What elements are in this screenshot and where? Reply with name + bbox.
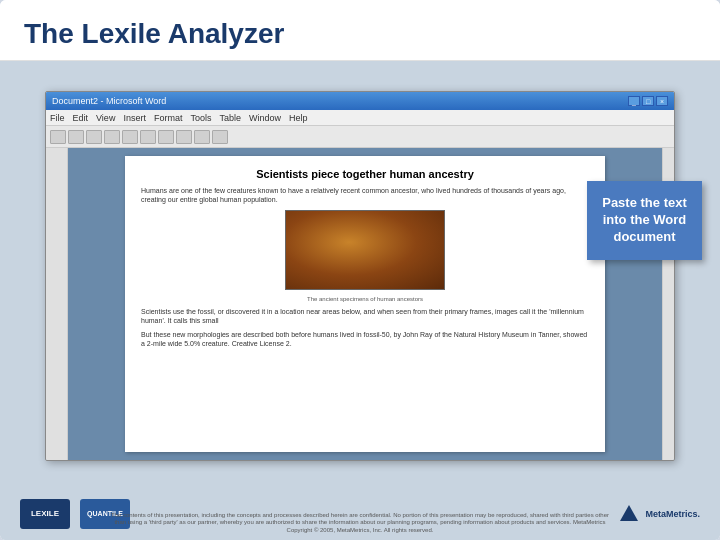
slide-body: Document2 - Microsoft Word _ □ × File Ed…: [0, 61, 720, 540]
word-doc-area: Scientists piece together human ancestry…: [46, 148, 674, 460]
menu-file[interactable]: File: [50, 113, 65, 123]
callout-box: Paste the text into the Word document: [587, 181, 702, 260]
lexile-logo-text: LEXILE: [31, 509, 59, 518]
footer-disclaimer: The contents of this presentation, inclu…: [110, 512, 610, 535]
toolbar-print-icon[interactable]: [104, 130, 120, 144]
word-close-button[interactable]: ×: [656, 96, 668, 106]
slide-header: The Lexile Analyzer: [0, 0, 720, 61]
toolbar-copy-icon[interactable]: [140, 130, 156, 144]
word-menubar: File Edit View Insert Format Tools Table…: [46, 110, 674, 126]
menu-view[interactable]: View: [96, 113, 115, 123]
mars-image-content: [286, 211, 444, 289]
toolbar-open-icon[interactable]: [68, 130, 84, 144]
slide-container: The Lexile Analyzer Document2 - Microsof…: [0, 0, 720, 540]
metametrics-icon: [618, 503, 640, 525]
metametrics-brand-text: MetaMetrics.: [645, 509, 700, 519]
article-title: Scientists piece together human ancestry: [141, 168, 589, 180]
word-toolbar: [46, 126, 674, 148]
menu-tools[interactable]: Tools: [190, 113, 211, 123]
menu-help[interactable]: Help: [289, 113, 308, 123]
word-titlebar: Document2 - Microsoft Word _ □ ×: [46, 92, 674, 110]
slide-footer: LEXILE QUANTILE The contents of this pre…: [0, 486, 720, 540]
metametrics-logo: MetaMetrics.: [618, 503, 700, 525]
word-statusbar: Page 1 Section 1 1/1 At 3.5" Ln 1 Col 1: [46, 460, 674, 461]
article-body-3: But these new morphologies are described…: [141, 330, 589, 348]
article-body-1: Humans are one of the few creatures know…: [141, 186, 589, 204]
slide-title: The Lexile Analyzer: [24, 18, 696, 50]
word-window: Document2 - Microsoft Word _ □ × File Ed…: [45, 91, 675, 461]
word-page-area: Scientists piece together human ancestry…: [68, 148, 662, 460]
toolbar-paste-icon[interactable]: [158, 130, 174, 144]
article-image-caption: The ancient specimens of human ancestors: [141, 296, 589, 302]
word-sidebar: [46, 148, 68, 460]
toolbar-cut-icon[interactable]: [122, 130, 138, 144]
toolbar-redo-icon[interactable]: [194, 130, 210, 144]
article-body-2: Scientists use the fossil, or discovered…: [141, 307, 589, 325]
toolbar-save-icon[interactable]: [86, 130, 102, 144]
menu-format[interactable]: Format: [154, 113, 183, 123]
word-maximize-button[interactable]: □: [642, 96, 654, 106]
toolbar-new-icon[interactable]: [50, 130, 66, 144]
svg-marker-0: [620, 505, 638, 521]
lexile-logo: LEXILE: [20, 499, 70, 529]
toolbar-zoom-icon[interactable]: [212, 130, 228, 144]
word-minimize-button[interactable]: _: [628, 96, 640, 106]
word-title-text: Document2 - Microsoft Word: [52, 96, 166, 106]
word-titlebar-buttons: _ □ ×: [628, 96, 668, 106]
word-page[interactable]: Scientists piece together human ancestry…: [125, 156, 605, 452]
menu-insert[interactable]: Insert: [123, 113, 146, 123]
callout-text: Paste the text into the Word document: [602, 195, 687, 244]
disclaimer-text: The contents of this presentation, inclu…: [111, 512, 609, 534]
menu-table[interactable]: Table: [219, 113, 241, 123]
menu-edit[interactable]: Edit: [73, 113, 89, 123]
article-image: [285, 210, 445, 290]
menu-window[interactable]: Window: [249, 113, 281, 123]
toolbar-undo-icon[interactable]: [176, 130, 192, 144]
